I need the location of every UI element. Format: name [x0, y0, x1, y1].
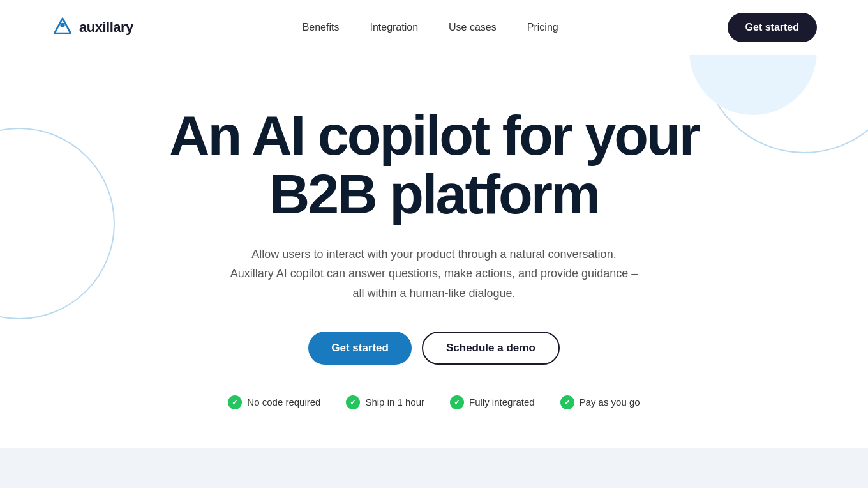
badge-integrated: Fully integrated — [450, 395, 535, 409]
main-nav: auxillary Benefits Integration Use cases… — [0, 0, 868, 55]
check-icon-integrated — [450, 395, 464, 409]
check-icon-ship — [346, 395, 360, 409]
get-started-button[interactable]: Get started — [308, 332, 412, 365]
badge-pay: Pay as you go — [560, 395, 640, 409]
check-icon-no-code — [228, 395, 242, 409]
bottom-section: How it works — [0, 448, 868, 488]
hero-title-line2: B2B platform — [269, 162, 599, 225]
hero-title-line1: An AI copilot for your — [169, 103, 699, 167]
nav-item-pricing[interactable]: Pricing — [527, 22, 558, 33]
badge-ship-label: Ship in 1 hour — [365, 397, 424, 408]
badge-pay-label: Pay as you go — [580, 397, 640, 408]
feature-badges: No code required Ship in 1 hour Fully in… — [51, 395, 817, 409]
nav-get-started-button[interactable]: Get started — [728, 13, 817, 42]
check-icon-pay — [560, 395, 574, 409]
hero-buttons: Get started Schedule a demo — [51, 332, 817, 365]
logo[interactable]: auxillary — [51, 16, 133, 39]
nav-item-use-cases[interactable]: Use cases — [449, 22, 497, 33]
nav-item-benefits[interactable]: Benefits — [303, 22, 340, 33]
badge-integrated-label: Fully integrated — [469, 397, 535, 408]
logo-text: auxillary — [79, 19, 133, 36]
nav-links: Benefits Integration Use cases Pricing — [303, 22, 558, 33]
badge-no-code-label: No code required — [247, 397, 320, 408]
svg-point-0 — [60, 23, 64, 27]
bottom-title: How it works — [51, 486, 817, 488]
logo-icon — [51, 16, 74, 39]
badge-ship: Ship in 1 hour — [346, 395, 424, 409]
hero-subtitle: Allow users to interact with your produc… — [230, 245, 638, 303]
nav-item-integration[interactable]: Integration — [370, 22, 418, 33]
badge-no-code: No code required — [228, 395, 320, 409]
hero-title: An AI copilot for your B2B platform — [83, 106, 785, 224]
hero-section: An AI copilot for your B2B platform Allo… — [0, 55, 868, 448]
schedule-demo-button[interactable]: Schedule a demo — [422, 332, 560, 365]
